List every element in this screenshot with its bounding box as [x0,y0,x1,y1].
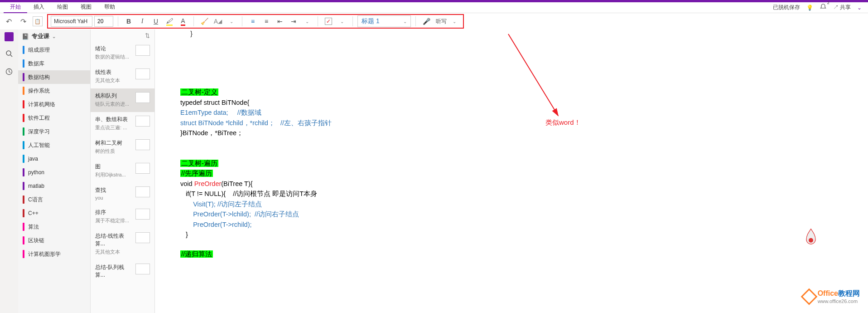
section-item[interactable]: C++ [18,206,90,220]
highlight-button[interactable]: 🖊 [164,16,175,27]
code-text: E1emType data; [180,109,228,116]
code-text: PreOrder [194,180,222,187]
clipboard-button[interactable]: 📋 [33,16,43,26]
number-list-button[interactable]: ≡ [260,16,272,27]
section-item[interactable]: matlab [18,179,90,193]
section-label: 计算机网络 [28,101,55,108]
heading-highlight: //递归算法 [180,250,213,258]
dictate-mic-icon[interactable]: 🎤 [420,16,432,27]
section-item[interactable]: 深度学习 [18,125,90,138]
page-thumb [135,232,150,243]
todo-checkbox-button[interactable]: ✓ [323,16,334,27]
style-select[interactable]: 标题 1⌄ [357,15,411,27]
page-title: 总结-线性表算... [95,232,133,248]
section-color-bar [23,250,24,258]
page-item[interactable]: 总结-队列栈算... [91,260,154,284]
page-title: 查找 [95,186,133,194]
tab-插入[interactable]: 插入 [27,2,51,13]
font-size-input[interactable] [94,16,113,27]
share-button[interactable]: ↗ 共享 [833,4,851,11]
code-comment: //访问右子结点 [255,210,299,218]
section-label: matlab [28,183,44,189]
page-item[interactable]: 串、数组和表重点说三遍: ... [91,112,154,136]
page-thumb [135,92,150,103]
tab-开始[interactable]: 开始 [4,2,27,13]
section-item[interactable]: 数据结构 [18,70,90,84]
note-canvas[interactable]: } 二叉树-定义 typedef struct BiTNode{ E1emTyp… [155,29,868,313]
notification-icon[interactable]: 2 [820,3,827,12]
code-text: (BiTree T){ [221,180,252,187]
section-item[interactable]: python [18,166,90,179]
section-label: 软件工程 [28,114,50,122]
section-label: 人工智能 [28,142,50,149]
ribbon-tabs: 开始插入绘图视图帮助 已脱机保存 💡 2 ↗ 共享 ⌄ [0,2,868,13]
para-more-chevron[interactable]: ⌄ [301,16,313,27]
section-item[interactable]: 数据库 [18,57,90,70]
undo-button[interactable]: ↶ [4,16,14,26]
heading-highlight: //先序遍历 [180,170,213,177]
page-item[interactable]: 查找you [91,183,154,205]
page-item[interactable]: 树和二叉树树的性质 [91,136,154,159]
page-thumb [135,264,150,274]
notebook-name[interactable]: 专业课 [32,32,49,40]
page-thumb [135,163,150,174]
format-painter-button[interactable]: A◢ [212,16,224,27]
search-icon[interactable] [3,48,15,59]
font-name-input[interactable] [51,16,92,27]
sort-icon[interactable]: ⇅ [145,32,150,39]
section-item[interactable]: 操作系统 [18,84,90,98]
code-comment: //访问左子结点 [216,201,262,208]
outdent-button[interactable]: ⇤ [274,16,286,27]
notebook-selector-icon[interactable]: 📓 [22,33,29,40]
lightbulb-icon[interactable]: 💡 [806,5,813,11]
notebook-chevron-icon[interactable]: ⌄ [52,34,56,39]
section-item[interactable]: 区块链 [18,234,90,247]
tag-more-chevron[interactable]: ⌄ [336,16,348,27]
section-item[interactable]: 计算机网络 [18,98,90,111]
page-item[interactable]: 线性表无其他文本 [91,65,154,88]
code-text: typedef struct BiTNode{ [180,98,868,108]
font-more-chevron[interactable]: ⌄ [226,16,237,27]
section-label: 数据结构 [28,73,50,81]
italic-button[interactable]: I [136,16,148,27]
page-item[interactable]: 排序属于不稳定排... [91,205,154,229]
page-title: 树和二叉树 [95,139,133,147]
dictate-label[interactable]: 听写 [436,18,447,25]
section-item[interactable]: 组成原理 [18,43,90,57]
tab-视图[interactable]: 视图 [74,2,98,13]
heading-highlight: 二叉树-遍历 [180,160,218,167]
bold-button[interactable]: B [123,16,135,27]
tab-帮助[interactable]: 帮助 [98,2,121,13]
section-item[interactable]: 软件工程 [18,111,90,125]
underline-button[interactable]: U [150,16,162,27]
recent-icon[interactable] [3,66,15,78]
page-item[interactable]: 栈和队列链队元素的进... [91,88,154,112]
page-item[interactable]: 绪论数据的逻辑结... [91,41,154,65]
code-text: PreOrder(T->lchild); [193,210,251,218]
code-text: void [180,180,194,187]
page-title: 串、数组和表 [95,116,133,123]
font-color-button[interactable]: A [177,16,189,27]
code-comment: //访问根节点 即是访问T本身 [233,190,317,197]
section-item[interactable]: java [18,152,90,166]
bullet-list-button[interactable]: ≡ [247,16,259,27]
indent-button[interactable]: ⇥ [288,16,299,27]
page-list: ⇅ 绪论数据的逻辑结...线性表无其他文本栈和队列链队元素的进...串、数组和表… [91,29,155,313]
section-label: java [28,156,38,162]
heading-highlight: 二叉树-定义 [180,88,218,96]
code-text: Visit(T); [193,201,216,208]
tab-绘图[interactable]: 绘图 [51,2,74,13]
page-item[interactable]: 图利用Dijkstra... [91,159,154,183]
section-color-bar [23,223,24,231]
redo-button[interactable]: ↷ [18,16,28,26]
section-color-bar [23,127,24,136]
clear-format-button[interactable]: 🧹 [198,16,210,27]
notebook-icon[interactable] [5,32,14,41]
page-item[interactable]: 总结-线性表算...无其他文本 [91,229,154,260]
section-item[interactable]: 算法 [18,220,90,234]
dictate-chevron[interactable]: ⌄ [448,16,460,27]
menu-chevron-icon[interactable]: ⌄ [857,5,862,11]
section-item[interactable]: 人工智能 [18,138,90,152]
section-item[interactable]: 计算机图形学 [18,247,90,261]
section-item[interactable]: C语言 [18,193,90,206]
